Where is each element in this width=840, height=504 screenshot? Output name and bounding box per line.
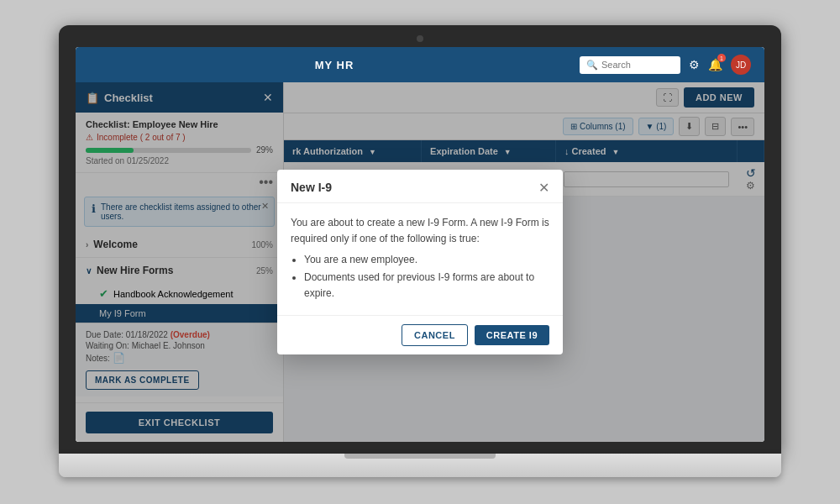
new-i9-modal: New I-9 ✕ You are about to create a new … (277, 170, 563, 355)
top-nav: MY HR 🔍 ⚙ 🔔 1 JD (76, 47, 764, 82)
modal-body: You are about to create a new I-9 Form. … (277, 203, 563, 316)
modal-bullet-1: You are a new employee. (304, 252, 549, 268)
modal-overlay: New I-9 ✕ You are about to create a new … (76, 82, 764, 442)
create-i9-button[interactable]: CREATE I9 (475, 325, 549, 345)
search-icon: 🔍 (586, 60, 598, 71)
modal-bullets: You are a new employee. Documents used f… (291, 252, 549, 302)
laptop-camera (417, 35, 423, 42)
search-input[interactable] (601, 60, 677, 70)
settings-icon[interactable]: ⚙ (689, 58, 700, 71)
modal-bullet-2: Documents used for previous I-9 forms ar… (304, 270, 549, 302)
modal-close-button[interactable]: ✕ (538, 180, 549, 196)
laptop-base (59, 454, 781, 477)
notification-bell[interactable]: 🔔 1 (708, 57, 722, 72)
modal-title: New I-9 (291, 181, 332, 194)
user-avatar[interactable]: JD (731, 55, 751, 75)
main-content: 📋 Checklist ✕ Checklist: Employee New Hi… (76, 82, 764, 442)
app-title: MY HR (315, 59, 354, 71)
nav-right: 🔍 ⚙ 🔔 1 JD (580, 55, 751, 75)
modal-body-text: You are about to create a new I-9 Form. … (291, 215, 549, 247)
cancel-button[interactable]: CANCEL (402, 324, 468, 346)
notification-badge: 1 (717, 54, 726, 62)
modal-footer: CANCEL CREATE I9 (277, 315, 563, 354)
modal-header: New I-9 ✕ (277, 170, 563, 203)
search-box[interactable]: 🔍 (580, 56, 680, 74)
